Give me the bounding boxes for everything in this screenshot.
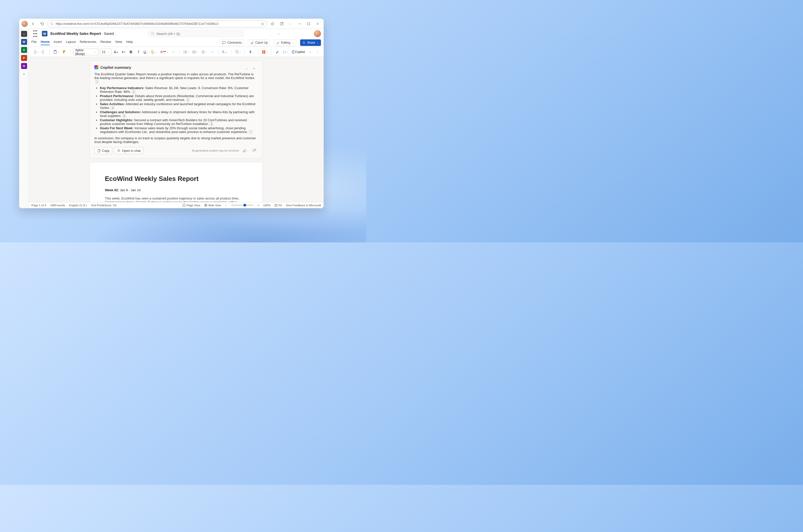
tab-insert[interactable]: Insert (54, 40, 62, 45)
format-painter-button[interactable] (61, 49, 68, 55)
doc-title[interactable]: EcoWind Weekly Sales Report · Saved ⌄ (51, 32, 117, 36)
svg-point-10 (184, 52, 184, 52)
minimize-button[interactable] (296, 20, 303, 27)
page-view-button[interactable]: Page View (183, 204, 200, 207)
zoom-slider[interactable] (231, 205, 253, 206)
document-page[interactable]: EcoWind Weekly Sales Report Week 02: Jan… (90, 162, 263, 202)
fit-button[interactable]: Fit (274, 204, 282, 207)
citation[interactable]: 6 (210, 122, 213, 126)
status-lang[interactable]: English (U.S.) (69, 204, 87, 207)
citation[interactable]: 5 (122, 114, 126, 118)
more-button[interactable]: ··· (287, 20, 294, 27)
copy-button[interactable]: Copy (94, 147, 112, 154)
svg-rect-26 (183, 204, 185, 207)
font-size-selector[interactable]: 11⌄ (100, 49, 112, 55)
citation[interactable]: 7 (249, 130, 252, 134)
numbering-button[interactable]: 123⌄ (191, 49, 199, 55)
designer-button[interactable]: ⌄ (261, 49, 269, 55)
font-more[interactable]: ··· (170, 49, 177, 55)
tab-references[interactable]: References (80, 40, 96, 45)
thumbs-up-button[interactable] (241, 147, 248, 154)
rail-powerpoint[interactable]: P (21, 55, 27, 61)
svg-rect-19 (262, 52, 264, 54)
bullets-button[interactable]: ⌄ (182, 49, 190, 55)
grow-font-button[interactable]: A▴ (113, 49, 119, 55)
paste-button[interactable]: ⌄ (52, 49, 60, 55)
status-page[interactable]: Page 1 of 3 (31, 204, 46, 207)
collections-button[interactable] (278, 20, 285, 27)
undo-button[interactable]: ⌄ (31, 49, 40, 55)
redo-button[interactable] (40, 49, 47, 55)
app-rail: ⌂ W X P N ＋ (19, 29, 29, 208)
refresh-button[interactable] (38, 20, 46, 27)
rail-home[interactable]: ⌂ (21, 31, 27, 37)
profile-avatar[interactable] (21, 21, 28, 27)
font-selector[interactable]: Aptos (Body)⌄ (73, 49, 99, 55)
comments-button[interactable]: Comments (220, 39, 244, 46)
word-app: W EcoWind Weekly Sales Report · Saved ⌄ … (29, 29, 323, 208)
rail-excel[interactable]: X (21, 47, 27, 53)
styles-button[interactable]: Aᵧ⌄ (221, 49, 229, 55)
favorites-button[interactable] (269, 20, 276, 27)
align-button[interactable]: ⌄ (200, 49, 208, 55)
app-launcher[interactable] (31, 30, 39, 37)
find-button[interactable]: ⌄ (234, 49, 242, 55)
catchup-button[interactable]: Catch Up (248, 39, 270, 46)
thumbs-down-button[interactable] (250, 147, 258, 154)
citation-1[interactable]: 1 (95, 80, 99, 83)
font-color-button[interactable]: A⌄ (159, 49, 169, 55)
search-icon (151, 32, 155, 35)
rail-add[interactable]: ＋ (21, 71, 27, 77)
summary-collapse[interactable] (250, 65, 258, 72)
rail-onenote[interactable]: N (21, 63, 27, 69)
rewrite-button[interactable]: ⌄ (282, 49, 290, 55)
status-predictions[interactable]: Text Predictions: On (91, 204, 117, 207)
copilot-button[interactable]: Copilot (291, 49, 306, 55)
account-avatar[interactable] (314, 30, 321, 37)
feedback-link[interactable]: Give Feedback to Microsoft (286, 204, 321, 207)
status-words[interactable]: 1809 words (50, 204, 65, 207)
toolbar-more[interactable]: ··· (307, 49, 313, 55)
tab-help[interactable]: Help (126, 40, 133, 45)
citation[interactable]: 3 (186, 98, 190, 102)
summary-more[interactable]: ··· (243, 65, 250, 72)
header-more[interactable]: ··· (275, 30, 283, 37)
svg-point-0 (51, 22, 53, 24)
document-canvas[interactable]: Copilot summary ··· The EcoWind Quarter … (29, 57, 323, 202)
tab-file[interactable]: File (31, 40, 37, 45)
tab-view[interactable]: View (115, 40, 122, 45)
maximize-button[interactable] (305, 20, 312, 27)
shrink-font-button[interactable]: A▾ (120, 49, 127, 55)
italic-button[interactable]: I (135, 49, 142, 55)
search-icon (50, 22, 54, 25)
bold-button[interactable]: B (128, 49, 134, 55)
ribbon-collapse[interactable]: ⌄ (314, 49, 321, 55)
zoom-out-button[interactable]: − (225, 204, 227, 207)
web-view-button[interactable]: Web View (204, 204, 221, 207)
underline-button[interactable]: U⌄ (143, 49, 149, 55)
address-bar[interactable]: https://onedrive.live.com/=3=/C514o45p82… (47, 20, 267, 27)
highlight-button[interactable]: ⌄ (150, 49, 158, 55)
editor-button[interactable] (274, 49, 281, 55)
zoom-level[interactable]: 100% (263, 204, 270, 207)
share-button[interactable]: Share⌄ (300, 39, 321, 46)
search-box[interactable]: Search (Alt + Q) (148, 30, 244, 37)
open-in-chat-button[interactable]: Open in chat (114, 147, 143, 154)
tab-review[interactable]: Review (100, 40, 111, 45)
zoom-in-button[interactable]: + (257, 204, 259, 207)
citation[interactable]: 2 (132, 90, 135, 94)
citation[interactable]: 4 (111, 106, 114, 110)
close-button[interactable] (314, 20, 322, 27)
doc-h1: EcoWind Weekly Sales Report (105, 175, 247, 183)
para-more[interactable]: ··· (209, 49, 216, 55)
ribbon-toolbar: ⌄ ⌄ Aptos (Body)⌄ 11⌄ A▴ A▾ B I U⌄ ⌄ A⌄ … (29, 47, 323, 57)
back-button[interactable] (30, 20, 37, 27)
tab-layout[interactable]: Layout (66, 40, 76, 45)
page-view-icon (183, 204, 186, 207)
dictate-button[interactable]: ⌄ (247, 49, 255, 55)
svg-rect-6 (54, 51, 56, 54)
star-icon[interactable] (261, 22, 265, 26)
rail-word[interactable]: W (21, 39, 27, 45)
tab-home[interactable]: Home (41, 40, 50, 45)
editing-button[interactable]: Editing⌄ (274, 39, 296, 46)
